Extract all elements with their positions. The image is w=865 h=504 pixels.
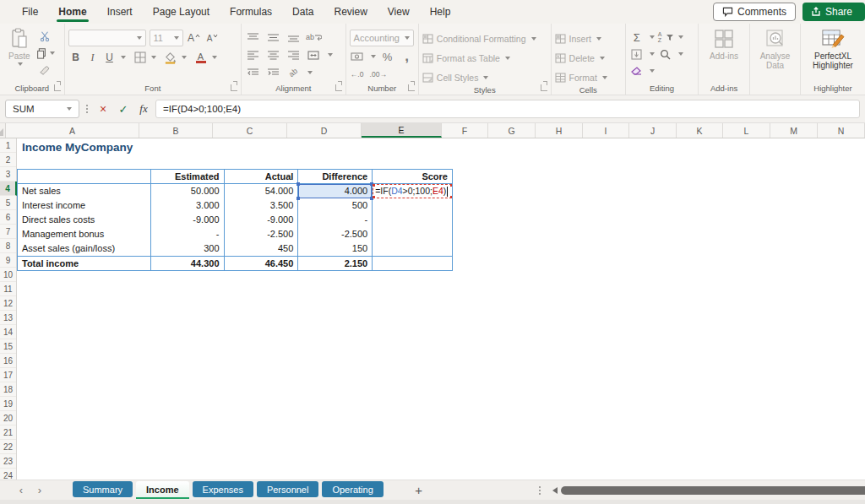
align-center-button[interactable]	[265, 47, 280, 62]
row-header-18[interactable]: 18	[0, 382, 16, 397]
cancel-button[interactable]: ×	[95, 100, 112, 117]
row-header-9[interactable]: 9	[0, 253, 16, 268]
share-button[interactable]: Share	[802, 3, 865, 21]
column-header-B[interactable]: B	[139, 123, 213, 138]
italic-button[interactable]: I	[85, 50, 101, 65]
cell-b8[interactable]: 300	[151, 241, 225, 256]
find-select-button[interactable]	[658, 46, 673, 62]
delete-cells-button[interactable]: Delete	[555, 50, 622, 66]
cell-e5[interactable]	[373, 198, 452, 213]
menu-page-layout[interactable]: Page Layout	[143, 0, 220, 24]
menu-help[interactable]: Help	[420, 0, 461, 24]
decrease-font-size-button[interactable]: A	[205, 30, 220, 46]
cell-e4-editing[interactable]: =IF(D4>0;100;E4)	[373, 184, 452, 198]
comments-button[interactable]: Comments	[713, 3, 796, 21]
insert-function-button[interactable]: fx	[135, 100, 152, 117]
font-name-combo[interactable]	[68, 30, 146, 46]
column-header-L[interactable]: L	[723, 123, 770, 138]
row-header-20[interactable]: 20	[0, 411, 16, 425]
bold-button[interactable]: B	[68, 50, 84, 65]
font-dialog-launcher[interactable]	[231, 84, 237, 91]
row-header-15[interactable]: 15	[0, 339, 16, 354]
number-format-combo[interactable]: Accounting	[350, 30, 414, 46]
cell-b7[interactable]: -	[151, 227, 225, 241]
cell-d9[interactable]: 2.150	[298, 257, 373, 270]
cell-e8[interactable]	[373, 241, 452, 256]
cell-styles-button[interactable]: Cell Styles	[422, 69, 547, 85]
align-bottom-button[interactable]	[286, 30, 301, 45]
increase-font-size-button[interactable]: A	[187, 30, 202, 46]
conditional-formatting-button[interactable]: Conditional Formatting	[422, 30, 547, 46]
sort-filter-button[interactable]: A Z	[658, 30, 673, 45]
menu-insert[interactable]: Insert	[97, 0, 143, 24]
column-header-G[interactable]: G	[488, 123, 536, 138]
cell-b6[interactable]: -9.000	[151, 213, 225, 227]
menu-file[interactable]: File	[12, 0, 48, 24]
cell-e6[interactable]	[373, 213, 452, 227]
insert-cells-button[interactable]: Insert	[555, 30, 622, 46]
align-left-button[interactable]	[245, 47, 260, 62]
name-box-splitter[interactable]	[83, 102, 91, 116]
cell-d3[interactable]: Difference	[298, 170, 373, 183]
cell-a3[interactable]	[18, 170, 151, 183]
menu-data[interactable]: Data	[282, 0, 324, 24]
styles-dialog-launcher[interactable]	[541, 84, 547, 91]
text-orientation-button[interactable]: ab	[286, 65, 301, 80]
comma-style-button[interactable]: ,	[400, 49, 415, 64]
column-header-M[interactable]: M	[770, 123, 818, 138]
cell-e7[interactable]	[373, 227, 452, 241]
cell-a1-title[interactable]: Income MyCompany	[22, 141, 133, 154]
row-header-12[interactable]: 12	[0, 296, 16, 311]
row-header-11[interactable]: 11	[0, 282, 16, 296]
sheet-tab-operating[interactable]: Operating	[322, 481, 383, 497]
wrap-text-button[interactable]: ab	[306, 30, 322, 45]
row-header-14[interactable]: 14	[0, 325, 16, 339]
column-header-I[interactable]: I	[583, 123, 629, 138]
fill-color-button[interactable]	[163, 50, 178, 65]
fill-button[interactable]	[629, 46, 645, 62]
merge-center-button[interactable]	[306, 47, 321, 62]
underline-button[interactable]: U	[102, 50, 117, 65]
new-sheet-button[interactable]: +	[411, 483, 427, 497]
increase-indent-button[interactable]	[265, 65, 280, 80]
decrease-indent-button[interactable]	[245, 65, 260, 80]
cell-b4[interactable]: 50.000	[151, 184, 225, 198]
alignment-dialog-launcher[interactable]	[335, 84, 342, 91]
font-color-button[interactable]: A	[193, 50, 209, 65]
next-sheet-button[interactable]: ›	[30, 484, 49, 496]
cell-c5[interactable]: 3.500	[225, 198, 299, 213]
copy-button[interactable]	[35, 46, 55, 61]
accounting-format-button[interactable]	[350, 49, 365, 64]
row-header-8[interactable]: 8	[0, 239, 16, 253]
column-header-H[interactable]: H	[536, 123, 583, 138]
sheet-tab-expenses[interactable]: Expenses	[193, 481, 253, 497]
row-header-7[interactable]: 7	[0, 225, 16, 239]
row-header-5[interactable]: 5	[0, 196, 16, 210]
row-header-6[interactable]: 6	[0, 210, 16, 225]
decrease-decimal-button[interactable]: .00→	[370, 67, 387, 82]
cell-a7[interactable]: Management bonus	[18, 227, 151, 241]
autosum-button[interactable]: Σ	[629, 30, 645, 45]
format-as-table-button[interactable]: Format as Table	[422, 50, 547, 66]
cell-c9[interactable]: 46.450	[225, 257, 299, 270]
align-middle-button[interactable]	[265, 30, 280, 45]
cell-b5[interactable]: 3.000	[151, 198, 225, 213]
cell-c7[interactable]: -2.500	[225, 227, 299, 241]
sheet-tab-summary[interactable]: Summary	[73, 481, 133, 497]
cell-c4[interactable]: 54.000	[225, 184, 299, 198]
row-header-10[interactable]: 10	[0, 268, 16, 282]
enter-button[interactable]: ✓	[115, 100, 132, 117]
column-header-J[interactable]: J	[629, 123, 677, 138]
cut-button[interactable]	[35, 29, 55, 44]
number-dialog-launcher[interactable]	[408, 84, 415, 91]
cell-a6[interactable]: Direct sales costs	[18, 213, 151, 227]
menu-view[interactable]: View	[378, 0, 420, 24]
sheet-tab-personnel[interactable]: Personnel	[257, 481, 319, 497]
row-header-2[interactable]: 2	[0, 153, 16, 167]
column-header-A[interactable]: A	[6, 123, 139, 138]
borders-button[interactable]	[133, 50, 148, 65]
column-header-D[interactable]: D	[287, 123, 362, 138]
prev-sheet-button[interactable]: ‹	[12, 484, 30, 496]
cell-a5[interactable]: Interest income	[18, 198, 151, 213]
cell-a8[interactable]: Asset sales (gain/loss)	[18, 241, 151, 256]
